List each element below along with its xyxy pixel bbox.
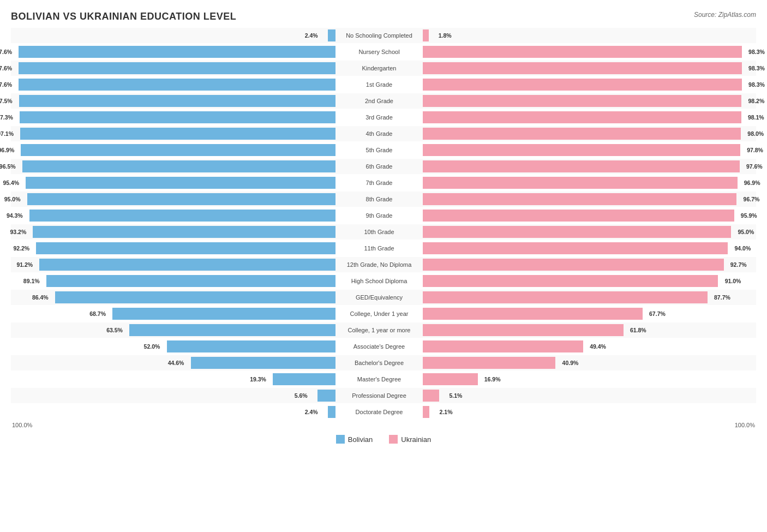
- bar-left-container: 97.6%: [11, 61, 335, 76]
- bar-value-left: 97.6%: [0, 81, 12, 88]
- bar-left: 95.0%: [27, 193, 335, 205]
- bar-right: 95.0%: [423, 226, 731, 238]
- bar-right: 16.9%: [423, 373, 478, 385]
- bar-value-left: 97.5%: [0, 98, 13, 104]
- table-row: 97.6%Nursery School98.3%: [11, 44, 756, 59]
- row-label: 6th Grade: [335, 163, 423, 170]
- bar-right-container: 98.3%: [423, 61, 747, 76]
- row-label: 9th Grade: [335, 212, 423, 219]
- bar-value-right: 98.3%: [748, 65, 765, 71]
- bar-value-left: 5.6%: [295, 392, 308, 399]
- bar-value-left: 94.3%: [7, 212, 23, 219]
- table-row: 96.9%5th Grade97.8%: [11, 142, 756, 158]
- bar-left: 97.6%: [19, 79, 335, 91]
- bar-right-container: 16.9%: [423, 372, 747, 387]
- row-label: Kindergarten: [335, 65, 423, 71]
- bar-left-container: 91.2%: [11, 257, 335, 272]
- bar-right-container: 96.7%: [423, 192, 747, 207]
- bar-right-container: 1.8%: [423, 28, 747, 43]
- bar-right: 98.3%: [423, 62, 742, 74]
- bar-right: 98.1%: [423, 111, 741, 123]
- bar-left: 97.6%: [19, 62, 335, 74]
- bar-value-left: 97.6%: [0, 49, 12, 55]
- bar-value-right: 94.0%: [735, 245, 751, 252]
- axis-right: 100.0%: [735, 422, 755, 428]
- bar-right: 49.4%: [423, 340, 583, 352]
- bar-value-left: 63.5%: [106, 327, 123, 333]
- row-label: 5th Grade: [335, 147, 423, 153]
- bar-value-left: 52.0%: [144, 343, 160, 350]
- bar-right: 97.8%: [423, 144, 740, 156]
- bar-value-right: 98.2%: [748, 98, 765, 104]
- row-label: Doctorate Degree: [335, 409, 423, 415]
- bar-right: 61.8%: [423, 324, 624, 336]
- bar-value-left: 68.7%: [89, 310, 106, 317]
- row-label: 7th Grade: [335, 180, 423, 186]
- bar-left-container: 95.4%: [11, 175, 335, 190]
- bar-right-container: 97.6%: [423, 159, 747, 174]
- bar-right-container: 95.9%: [423, 208, 747, 223]
- bar-left-container: 97.1%: [11, 126, 335, 141]
- bar-left-container: 2.4%: [11, 28, 335, 43]
- row-label: Nursery School: [335, 49, 423, 55]
- bar-left: 92.2%: [36, 242, 335, 254]
- bar-value-right: 97.6%: [746, 163, 763, 170]
- row-label: College, 1 year or more: [335, 327, 423, 333]
- row-label: Professional Degree: [335, 392, 423, 399]
- bar-right: 96.7%: [423, 193, 736, 205]
- bar-right-container: 92.7%: [423, 257, 747, 272]
- table-row: 94.3%9th Grade95.9%: [11, 208, 756, 223]
- bar-left: 68.7%: [112, 308, 335, 320]
- bar-left-container: 52.0%: [11, 339, 335, 354]
- bar-right: 2.1%: [423, 406, 429, 418]
- row-label: College, Under 1 year: [335, 310, 423, 317]
- table-row: 5.6%Professional Degree5.1%: [11, 388, 756, 403]
- legend-ukrainian-label: Ukrainian: [401, 435, 431, 444]
- table-row: 97.3%3rd Grade98.1%: [11, 110, 756, 125]
- bar-left-container: 68.7%: [11, 306, 335, 321]
- bar-value-right: 5.1%: [449, 392, 462, 399]
- bar-value-left: 96.5%: [0, 163, 16, 170]
- bar-right-container: 98.1%: [423, 110, 747, 125]
- bar-right-container: 94.0%: [423, 241, 747, 256]
- table-row: 52.0%Associate's Degree49.4%: [11, 339, 756, 354]
- table-row: 19.3%Master's Degree16.9%: [11, 372, 756, 387]
- table-row: 97.6%1st Grade98.3%: [11, 77, 756, 92]
- bar-left: 91.2%: [39, 259, 335, 271]
- chart-area: 2.4%No Schooling Completed1.8%97.6%Nurse…: [11, 28, 756, 420]
- bar-left-container: 97.5%: [11, 93, 335, 109]
- bar-value-right: 96.9%: [744, 180, 760, 186]
- bar-right: 98.0%: [423, 128, 741, 140]
- bar-left: 19.3%: [273, 373, 335, 385]
- bar-right-container: 96.9%: [423, 175, 747, 190]
- bar-right-container: 87.7%: [423, 290, 747, 305]
- bar-right-container: 91.0%: [423, 273, 747, 289]
- bar-right-container: 98.3%: [423, 77, 747, 92]
- bar-right-container: 5.1%: [423, 388, 747, 403]
- bar-right-container: 98.3%: [423, 44, 747, 59]
- bar-left: 97.1%: [20, 128, 335, 140]
- bar-left-container: 5.6%: [11, 388, 335, 403]
- legend-bolivian-box: [336, 435, 345, 444]
- bar-left: 96.5%: [22, 160, 335, 172]
- table-row: 95.0%8th Grade96.7%: [11, 192, 756, 207]
- bar-value-left: 92.2%: [13, 245, 29, 252]
- bar-right: 87.7%: [423, 291, 708, 303]
- bar-right-container: 2.1%: [423, 404, 747, 420]
- source-text: Source: ZipAtlas.com: [694, 11, 756, 19]
- bar-value-right: 98.1%: [748, 114, 764, 121]
- bar-left-container: 19.3%: [11, 372, 335, 387]
- bar-value-left: 95.4%: [3, 180, 19, 186]
- bar-value-right: 61.8%: [630, 327, 646, 333]
- bar-left-container: 94.3%: [11, 208, 335, 223]
- bar-right: 40.9%: [423, 357, 555, 369]
- bar-value-left: 19.3%: [250, 376, 266, 382]
- table-row: 89.1%High School Diploma91.0%: [11, 273, 756, 289]
- legend-ukrainian: Ukrainian: [389, 435, 431, 444]
- row-label: Associate's Degree: [335, 343, 423, 350]
- bar-right: 97.6%: [423, 160, 740, 172]
- bar-value-right: 98.0%: [747, 130, 764, 137]
- bar-value-left: 97.3%: [0, 114, 13, 121]
- rows-container: 2.4%No Schooling Completed1.8%97.6%Nurse…: [11, 28, 756, 420]
- bar-value-right: 2.1%: [440, 409, 453, 415]
